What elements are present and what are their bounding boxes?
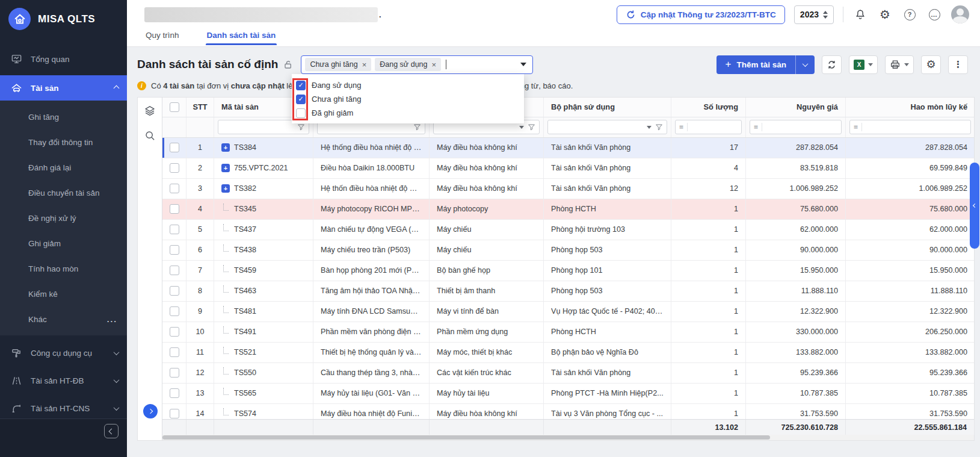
expand-plus-icon[interactable]: +	[221, 164, 230, 172]
table-row[interactable]: 5 + TS437 Màn chiếu tự động VEGA (P10...…	[162, 220, 974, 240]
table-row[interactable]: 6 + TS438 Máy chiếu treo trần (P503) Máy…	[162, 240, 974, 261]
row-checkbox[interactable]	[170, 266, 179, 275]
table-row[interactable]: 3 + TS382 Hệ thốn điều hòa nhiệt độ Outd…	[162, 179, 974, 199]
tab-process[interactable]: Quy trình	[144, 29, 180, 45]
col-header-dept[interactable]: Bộ phận sử dụng	[544, 98, 671, 117]
table-row[interactable]: 9 + TS481 Máy tính ĐNA LCD Samsung 1... …	[162, 302, 974, 322]
tab-asset-list[interactable]: Danh sách tài sản	[206, 29, 277, 45]
dropdown-caret-icon[interactable]	[520, 63, 526, 66]
table-row[interactable]: 4 + TS345 Máy photocopy RICOH MP285... M…	[162, 199, 974, 220]
more-actions-button[interactable]: ⋮	[948, 55, 968, 74]
sidebar-item-overview[interactable]: Tổng quan	[0, 46, 127, 72]
sidebar-item-tools[interactable]: Công cụ dụng cụ	[0, 340, 127, 365]
sidebar-item-label: Công cụ dụng cụ	[31, 349, 106, 358]
search-icon[interactable]	[144, 130, 156, 141]
dropdown-option[interactable]: Chưa ghi tăng	[292, 92, 524, 106]
table-row[interactable]: 7 + TS459 Bàn họp phòng 201 mới (P101)..…	[162, 261, 974, 281]
sidebar-subitem-ghi-tang[interactable]: Ghi tăng	[0, 104, 127, 129]
expand-plus-icon[interactable]: +	[221, 184, 230, 193]
table-row[interactable]: 1 + TS384 Hệ thống điều hòa nhiệt độ Ind…	[162, 138, 974, 158]
misa-logo-icon	[8, 8, 31, 30]
dropdown-option[interactable]: Đang sử dụng	[292, 78, 524, 92]
table-row[interactable]: 13 + TS565 Máy hủy tài liệu (G01- Văn th…	[162, 384, 974, 404]
row-checkbox[interactable]	[170, 327, 179, 337]
col-header-stt[interactable]: STT	[186, 98, 214, 117]
table-row[interactable]: 11 + TS521 Thiết bị hệ thống quản lý và …	[162, 343, 974, 363]
row-checkbox[interactable]	[170, 184, 179, 193]
filter-chip[interactable]: Chưa ghi tăng×	[305, 58, 371, 71]
filter-chip[interactable]: Đang sử dụng×	[375, 58, 441, 71]
row-checkbox[interactable]	[170, 347, 179, 357]
option-checkbox[interactable]	[296, 81, 306, 90]
expand-panel-button[interactable]	[143, 404, 158, 418]
chevron-left-icon	[108, 428, 114, 434]
notifications-bell-icon[interactable]	[852, 7, 868, 22]
expand-plus-icon[interactable]: +	[221, 143, 230, 152]
row-checkbox[interactable]	[170, 306, 179, 316]
table-row[interactable]: 14 + TS574 Máy điều hòa nhiệt độ Funiki …	[162, 404, 974, 419]
table-row[interactable]: 8 + TS463 Tăng âm hội thảo TOA Nhật - Đ.…	[162, 281, 974, 302]
table-row[interactable]: 10 + TS491 Phần mềm văn phòng điện tử ..…	[162, 322, 974, 343]
sidebar-subitem-ghi-giam[interactable]: Ghi giảm	[0, 231, 127, 256]
row-checkbox[interactable]	[170, 409, 179, 418]
sidebar-subitem-thay-doi-thong-tin[interactable]: Thay đổi thông tin	[0, 129, 127, 155]
filter-select-dept[interactable]	[547, 120, 667, 134]
asset-quantity: 17	[679, 143, 738, 152]
sidebar-subitem-dieu-chuyen-tai-san[interactable]: Điều chuyển tài sản	[0, 180, 127, 205]
row-checkbox[interactable]	[170, 225, 179, 234]
col-header-dep[interactable]: Hao mòn lũy kế	[846, 98, 975, 117]
unlock-icon[interactable]	[283, 60, 294, 70]
sidebar-collapse-button[interactable]	[104, 424, 119, 438]
table-row[interactable]: 12 + TS550 Cầu thang thép tầng 3, nhà 3 …	[162, 363, 974, 384]
scrollbar-thumb[interactable]	[162, 435, 770, 440]
table-row[interactable]: 2 + 755.VPTC.2021 Điều hòa Daikin 18.000…	[162, 158, 974, 179]
row-checkbox[interactable]	[170, 245, 179, 255]
add-asset-split-button[interactable]: +Thêm tài sản	[717, 55, 815, 74]
print-button[interactable]	[885, 55, 914, 74]
export-excel-button[interactable]	[849, 55, 878, 74]
row-checkbox[interactable]	[170, 368, 179, 378]
settings-gear-icon[interactable]: ⚙	[877, 7, 893, 22]
more-dots-icon[interactable]: ...	[107, 315, 117, 324]
horizontal-scrollbar[interactable]	[162, 435, 974, 440]
add-asset-dropdown[interactable]	[795, 55, 815, 74]
sidebar-item-assets[interactable]: Tài sản	[0, 75, 127, 101]
user-avatar[interactable]	[951, 5, 969, 23]
sidebar-item-ht-cns[interactable]: Tài sản HT-CNS	[0, 396, 127, 418]
layers-icon[interactable]	[144, 105, 156, 117]
refresh-button[interactable]	[822, 55, 842, 74]
year-selector[interactable]: 2023	[794, 5, 834, 24]
table-settings-button[interactable]: ⚙	[921, 55, 941, 74]
sidebar-subitem-de-nghi-xu-ly[interactable]: Đề nghị xử lý	[0, 205, 127, 231]
sidebar-subitem-kiem-ke[interactable]: Kiểm kê	[0, 281, 127, 306]
row-checkbox[interactable]	[170, 286, 179, 296]
option-checkbox[interactable]	[296, 95, 306, 104]
add-asset-button[interactable]: +Thêm tài sản	[717, 55, 795, 74]
year-stepper[interactable]	[823, 11, 828, 19]
col-header-qty[interactable]: Số lượng	[671, 98, 746, 117]
slide-panel-toggle[interactable]	[970, 163, 979, 249]
select-all-checkbox[interactable]	[170, 102, 179, 112]
sidebar-subitem-khac[interactable]: Khác...	[0, 306, 127, 332]
row-checkbox[interactable]	[170, 388, 179, 398]
col-header-cost[interactable]: Nguyên giá	[746, 98, 846, 117]
dropdown-option[interactable]: Đã ghi giảm	[292, 106, 524, 120]
row-checkbox[interactable]	[170, 204, 179, 214]
filter-input-cost[interactable]: =	[750, 120, 842, 134]
update-button-label: Cập nhật Thông tư 23/2023/TT-BTC	[641, 10, 776, 19]
filter-input-qty[interactable]: =	[675, 120, 742, 134]
sidebar-item-ht-db[interactable]: Tài sản HT-ĐB	[0, 368, 127, 393]
status-filter-multiselect[interactable]: Chưa ghi tăng× Đang sử dụng×	[301, 55, 533, 74]
chip-close-icon[interactable]: ×	[362, 60, 367, 69]
more-options-icon[interactable]: …	[926, 7, 942, 22]
row-checkbox[interactable]	[170, 143, 179, 152]
asset-name: Cầu thang thép tầng 3, nhà 3 tầ...	[321, 368, 422, 377]
sidebar-subitem-tinh-hao-mon[interactable]: Tính hao mòn	[0, 256, 127, 281]
chip-close-icon[interactable]: ×	[432, 60, 437, 69]
update-circular-button[interactable]: Cập nhật Thông tư 23/2023/TT-BTC	[617, 5, 785, 24]
filter-input-dep[interactable]: =	[849, 120, 971, 134]
row-checkbox[interactable]	[170, 163, 179, 173]
sidebar-subitem-danh-gia-lai[interactable]: Đánh giá lại	[0, 155, 127, 180]
help-icon[interactable]: ?	[902, 7, 917, 22]
option-checkbox[interactable]	[296, 108, 306, 118]
